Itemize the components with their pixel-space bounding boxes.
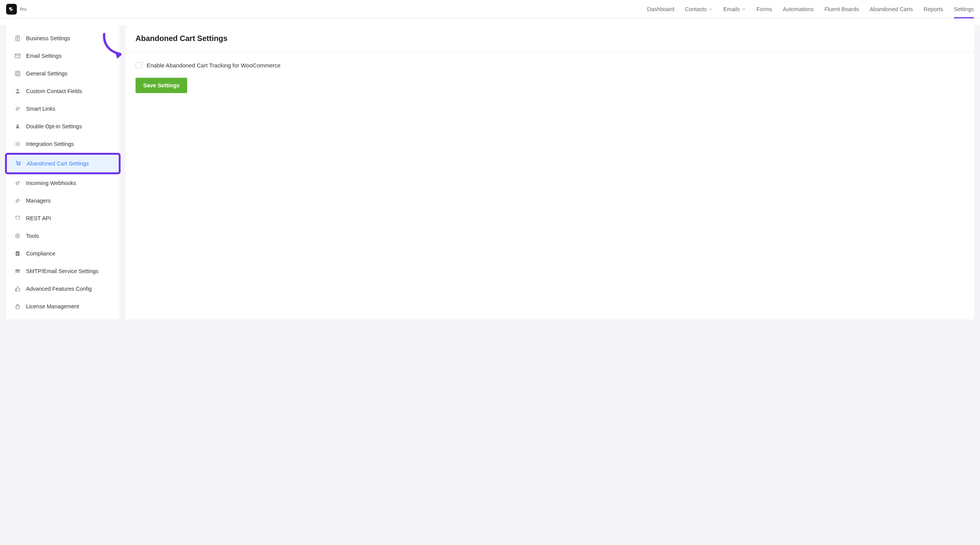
sidebar-item-label: SMTP/Email Service Settings (26, 268, 98, 274)
sidebar-item-integration[interactable]: Integration Settings (6, 135, 119, 153)
enable-tracking-label: Enable Abandoned Cart Tracking for WooCo… (147, 62, 281, 69)
sidebar-item-incoming-webhooks[interactable]: Incoming Webhooks (6, 174, 119, 192)
stamp-icon (15, 123, 21, 129)
content-header: Abandoned Cart Settings (126, 25, 974, 52)
cog-icon (15, 233, 21, 239)
sidebar-item-label: Custom Contact Fields (26, 88, 82, 94)
sidebar-item-smtp[interactable]: SMTP/Email Service Settings (6, 262, 119, 280)
nav-label: Settings (954, 6, 974, 12)
sidebar-item-label: Abandoned Cart Settings (27, 160, 89, 167)
sidebar-item-label: Tools (26, 233, 39, 239)
nav-label: Contacts (685, 6, 707, 12)
nav-settings[interactable]: Settings (954, 0, 974, 18)
sidebar-item-label: Smart Links (26, 106, 56, 112)
svg-point-9 (17, 235, 18, 237)
sidebar-item-license[interactable]: License Management (6, 298, 119, 315)
main-nav: Dashboard Contacts Emails Forms Automati… (647, 0, 974, 18)
sidebar-item-label: Email Settings (26, 53, 62, 59)
nav-label: Automations (783, 6, 814, 12)
svg-rect-12 (16, 306, 20, 309)
svg-point-8 (16, 234, 20, 238)
sidebar-item-label: Managers (26, 198, 51, 204)
svg-rect-3 (16, 72, 19, 75)
nav-fluent-boards[interactable]: Fluent Boards (825, 0, 859, 18)
document-icon (15, 35, 21, 41)
cart-icon (15, 160, 21, 167)
link-icon (15, 198, 21, 204)
sidebar-item-label: Integration Settings (26, 141, 74, 147)
svg-point-7 (20, 165, 20, 166)
nav-label: Reports (924, 6, 943, 12)
secondary-bar (0, 18, 980, 25)
sidebar-item-label: REST API (26, 215, 51, 221)
nav-dashboard[interactable]: Dashboard (647, 0, 674, 18)
sidebar-item-label: General Settings (26, 70, 67, 77)
sidebar-item-label: Incoming Webhooks (26, 180, 76, 186)
sidebar-item-rest-api[interactable]: REST API (6, 209, 119, 227)
svg-rect-10 (16, 251, 20, 256)
enable-tracking-row: Enable Abandoned Cart Tracking for WooCo… (136, 62, 964, 69)
sidebar-item-double-optin[interactable]: Double Opt-in Settings (6, 118, 119, 135)
svg-point-5 (17, 143, 19, 145)
square-icon (15, 70, 21, 77)
nav-forms[interactable]: Forms (756, 0, 772, 18)
link-icon (15, 106, 21, 112)
stack-icon (15, 268, 21, 274)
gear-icon (15, 141, 21, 147)
sidebar-item-advanced-features[interactable]: Advanced Features Config (6, 280, 119, 298)
person-icon (15, 88, 21, 94)
enable-tracking-checkbox[interactable] (136, 62, 142, 69)
sidebar-item-compliance[interactable]: Compliance (6, 245, 119, 262)
nav-label: Dashboard (647, 6, 674, 12)
sidebar-item-label: License Management (26, 303, 79, 309)
nav-label: Fluent Boards (825, 6, 859, 12)
clipboard-check-icon (15, 250, 21, 257)
main-content: Abandoned Cart Settings Enable Abandoned… (126, 25, 974, 319)
sidebar-item-tools[interactable]: Tools (6, 227, 119, 245)
content-body: Enable Abandoned Cart Tracking for WooCo… (126, 52, 974, 103)
sidebar-item-custom-contact-fields[interactable]: Custom Contact Fields (6, 82, 119, 100)
save-settings-button[interactable]: Save Settings (136, 78, 187, 93)
sidebar-item-label: Business Settings (26, 35, 70, 41)
nav-abandoned-carts[interactable]: Abandoned Carts (870, 0, 913, 18)
logo-icon (6, 4, 17, 15)
lock-icon (15, 303, 21, 309)
logo[interactable]: Pro (6, 4, 26, 15)
chevron-down-icon (742, 7, 746, 11)
thumbs-up-icon (15, 286, 21, 292)
sidebar-item-smart-links[interactable]: Smart Links (6, 100, 119, 118)
mail-icon (15, 53, 21, 59)
settings-sidebar: Business Settings Email Settings General… (6, 25, 119, 319)
sidebar-item-business-settings[interactable]: Business Settings (6, 29, 119, 47)
nav-label: Forms (756, 6, 772, 12)
svg-rect-2 (15, 71, 20, 76)
sidebar-item-abandoned-cart[interactable]: Abandoned Cart Settings (7, 155, 119, 172)
sidebar-item-label: Advanced Features Config (26, 286, 92, 292)
page-title: Abandoned Cart Settings (136, 34, 964, 43)
nav-contacts[interactable]: Contacts (685, 0, 712, 18)
chevron-down-icon (709, 7, 712, 11)
sidebar-item-label: Compliance (26, 250, 56, 257)
nav-label: Emails (723, 6, 740, 12)
svg-point-4 (16, 89, 18, 91)
sidebar-item-general-settings[interactable]: General Settings (6, 65, 119, 82)
nav-label: Abandoned Carts (870, 6, 913, 12)
top-navbar: Pro Dashboard Contacts Emails Forms Auto… (0, 0, 980, 18)
logo-badge: Pro (20, 7, 26, 11)
nav-automations[interactable]: Automations (783, 0, 814, 18)
sidebar-item-managers[interactable]: Managers (6, 192, 119, 209)
link-icon (15, 180, 21, 186)
sidebar-item-label: Double Opt-in Settings (26, 123, 82, 129)
nav-reports[interactable]: Reports (924, 0, 943, 18)
api-icon (15, 215, 21, 221)
svg-point-6 (17, 165, 18, 166)
sidebar-item-email-settings[interactable]: Email Settings (6, 47, 119, 65)
nav-emails[interactable]: Emails (723, 0, 746, 18)
